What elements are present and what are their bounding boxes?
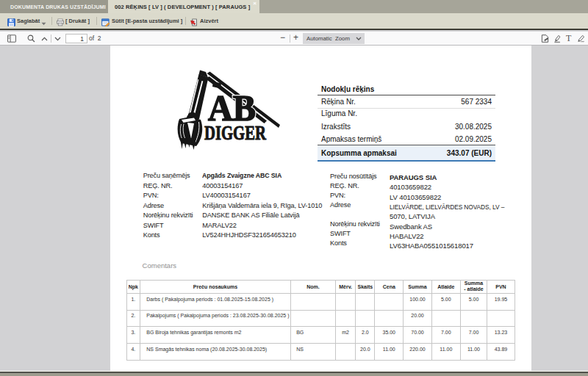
svg-text:DIGGER: DIGGER: [204, 121, 267, 144]
